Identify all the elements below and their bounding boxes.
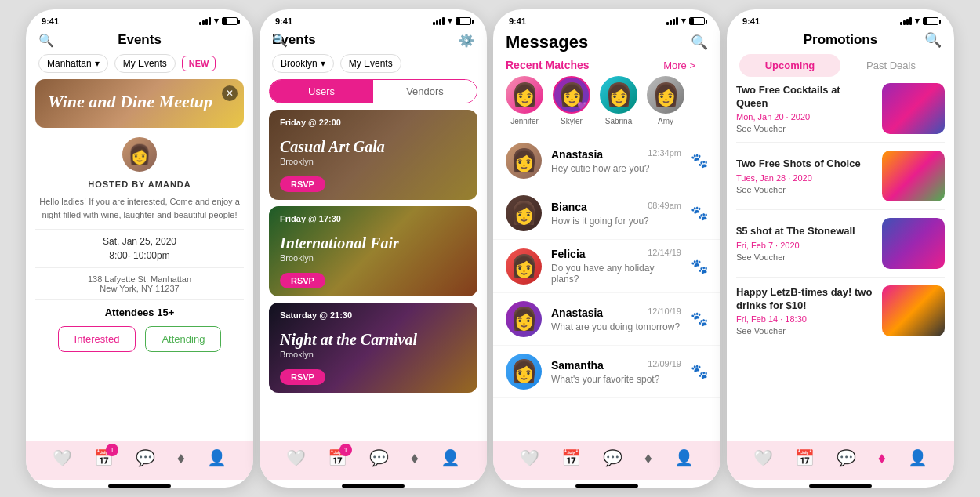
filter-button-2[interactable]: ⚙️ <box>459 33 474 48</box>
nav-messages-icon-1[interactable]: 💬 <box>136 448 155 467</box>
nav-diamond-icon-3[interactable]: ♦ <box>644 449 652 467</box>
phone1-title: Events <box>118 32 162 48</box>
recent-matches-label: Recent Matches <box>506 59 590 71</box>
promo-date-3: Fri, Feb 14 · 18:30 <box>736 314 874 324</box>
search-button-1[interactable]: 🔍 <box>38 33 54 48</box>
msg-preview-4: What's your favorite spot? <box>551 374 681 385</box>
events-list: Friday @ 22:00 Casual Art Gala Brooklyn … <box>260 110 487 441</box>
interested-button[interactable]: Interested <box>58 326 136 352</box>
nav-heart-icon-2[interactable]: 🤍 <box>286 448 306 467</box>
match-jennifer[interactable]: 👩 Jennifer <box>506 76 543 125</box>
my-events-filter-2[interactable]: My Events <box>340 54 401 73</box>
promo-voucher-2[interactable]: See Voucher <box>736 252 874 262</box>
message-item-4[interactable]: 👩 Samantha 12/09/19 What's your favorite… <box>493 346 720 398</box>
nav-messages-icon-3[interactable]: 💬 <box>603 448 622 467</box>
promo-divider-0 <box>736 142 945 143</box>
time-1: 9:41 <box>42 16 59 26</box>
rsvp-btn-0[interactable]: RSVP <box>280 176 325 192</box>
match-name-sabrina: Sabrina <box>605 117 632 125</box>
nav-heart-icon-3[interactable]: 🤍 <box>520 448 539 467</box>
tab-vendors[interactable]: Vendors <box>373 80 477 103</box>
nav-calendar-icon-2[interactable]: 📅 1 <box>328 448 347 467</box>
nav-profile-icon-3[interactable]: 👤 <box>674 448 694 467</box>
filter-row-1: Manhattan ▾ My Events NEW <box>26 54 253 79</box>
promo-name-2: $5 shot at The Stonewall <box>736 225 874 238</box>
event-name-1: International Fair <box>280 234 466 252</box>
nav-diamond-icon-2[interactable]: ♦ <box>411 449 419 467</box>
nav-messages-icon-2[interactable]: 💬 <box>369 448 389 467</box>
promo-voucher-3[interactable]: See Voucher <box>736 326 874 336</box>
tab-past-deals[interactable]: Past Deals <box>840 54 942 77</box>
msg-avatar-1: 👩 <box>506 195 542 231</box>
msg-content-3: Anastasia 12/10/19 What are you doing to… <box>551 307 681 332</box>
tab-users[interactable]: Users <box>270 80 373 103</box>
wifi-icon-3: ▾ <box>681 16 686 26</box>
time-2: 9:41 <box>275 16 292 26</box>
time-4: 9:41 <box>742 16 760 26</box>
message-item-1[interactable]: 👩 Bianca 08:49am How is it going for you… <box>493 187 720 240</box>
event-item-0[interactable]: Friday @ 22:00 Casual Art Gala Brooklyn … <box>269 110 477 200</box>
nav-heart-icon-4[interactable]: 🤍 <box>753 448 773 467</box>
promo-text-2: $5 shot at The Stonewall Fri, Feb 7 · 20… <box>736 225 874 262</box>
msg-name-row-2: Felicia 12/14/19 <box>551 248 681 260</box>
home-indicator-3 <box>575 484 638 488</box>
nav-profile-icon-2[interactable]: 👤 <box>441 448 460 467</box>
event-time: 8:00- 10:00pm <box>35 250 244 261</box>
promo-item-2: $5 shot at The Stonewall Fri, Feb 7 · 20… <box>736 218 945 269</box>
match-avatar-skyler: 👩 💜 <box>553 76 590 114</box>
nav-messages-icon-4[interactable]: 💬 <box>837 448 856 467</box>
search-button-4[interactable]: 🔍 <box>924 31 942 49</box>
event-time-1: Friday @ 17:30 <box>280 214 466 223</box>
status-icons-4: ▾ <box>900 16 938 26</box>
phone-1-events-detail: 9:41 ▾ 🔍 Events Manhattan <box>26 9 253 488</box>
signal-icon-2 <box>433 17 445 25</box>
rsvp-btn-1[interactable]: RSVP <box>280 273 325 288</box>
message-item-3[interactable]: 👩 Anastasia 12/10/19 What are you doing … <box>493 293 720 346</box>
host-avatar: 👩 <box>121 136 158 173</box>
nav-calendar-icon-3[interactable]: 📅 <box>561 448 581 467</box>
promo-voucher-0[interactable]: See Voucher <box>736 124 874 133</box>
promo-voucher-1[interactable]: See Voucher <box>736 185 874 194</box>
nav-profile-icon-1[interactable]: 👤 <box>207 448 227 467</box>
promo-text-1: Two Free Shots of Choice Tues, Jan 28 · … <box>736 158 874 194</box>
close-button[interactable]: ✕ <box>222 85 238 101</box>
nav-diamond-icon-4[interactable]: ♦ <box>878 449 886 467</box>
match-amy[interactable]: 👩 Amy <box>647 76 684 125</box>
match-skyler[interactable]: 👩 💜 Skyler <box>553 76 590 125</box>
attendees: Attendees 15+ <box>35 307 244 318</box>
match-sabrina[interactable]: 👩 Sabrina <box>600 76 637 125</box>
msg-preview-2: Do you have any holiday plans? <box>551 263 681 285</box>
search-button-2[interactable]: 🔍 <box>272 33 288 48</box>
more-link[interactable]: More > <box>663 60 708 71</box>
event-item-1[interactable]: Friday @ 17:30 International Fair Brookl… <box>269 206 477 296</box>
nav-profile-icon-4[interactable]: 👤 <box>908 448 927 467</box>
promo-divider-1 <box>736 209 945 210</box>
message-item-0[interactable]: 👩 Anastasia 12:34pm Hey cutie how are yo… <box>493 135 720 187</box>
hosted-by: HOSTED BY AMANDA <box>35 180 244 189</box>
event-item-2[interactable]: Saturday @ 21:30 Night at the Carnival B… <box>269 303 477 393</box>
time-3: 9:41 <box>509 16 526 26</box>
promo-item-0: Two Free Cocktails at Queen Mon, Jan 20 … <box>736 83 945 134</box>
tab-upcoming[interactable]: Upcoming <box>739 54 840 77</box>
nav-heart-icon-1[interactable]: 🤍 <box>53 448 72 467</box>
heart-badge-skyler: 💜 <box>577 101 589 112</box>
msg-preview-3: What are you doing tomorrow? <box>551 321 681 332</box>
my-events-filter-1[interactable]: My Events <box>114 54 176 73</box>
match-name-jennifer: Jennifer <box>510 117 539 125</box>
location-filter-2[interactable]: Brooklyn ▾ <box>272 54 334 73</box>
nav-diamond-icon-1[interactable]: ♦ <box>177 449 185 467</box>
nav-calendar-icon-1[interactable]: 📅 1 <box>94 448 114 467</box>
location-filter-1[interactable]: Manhattan ▾ <box>38 54 108 73</box>
attending-button[interactable]: Attending <box>145 326 221 352</box>
new-badge[interactable]: NEW <box>182 56 216 71</box>
wifi-icon-2: ▾ <box>448 16 452 26</box>
message-item-2[interactable]: 👩 Felicia 12/14/19 Do you have any holid… <box>493 240 720 293</box>
wifi-icon-4: ▾ <box>915 16 920 26</box>
event-description: Hello ladies! If you are interested, Com… <box>35 195 244 221</box>
messages-header: Messages 🔍 <box>493 29 720 59</box>
chevron-down-icon: ▾ <box>95 58 100 69</box>
rsvp-btn-2[interactable]: RSVP <box>280 369 325 385</box>
chevron-down-icon-2: ▾ <box>321 58 325 69</box>
nav-calendar-icon-4[interactable]: 📅 <box>795 448 815 467</box>
search-button-3[interactable]: 🔍 <box>691 34 708 51</box>
